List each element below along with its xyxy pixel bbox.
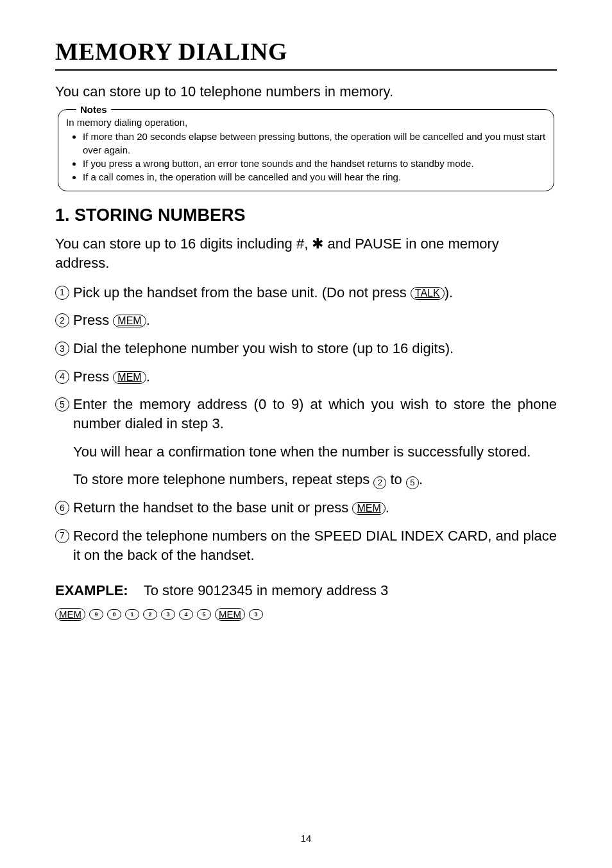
step-2: 2 Press MEM. [55,311,557,330]
digit-key: 3 [249,609,263,620]
page-title: MEMORY DIALING [55,37,557,71]
step-number: 7 [55,529,69,543]
mem-key: MEM [113,315,146,327]
digit-key: 0 [107,609,121,620]
step-sub: To store more telephone numbers, repeat … [73,470,557,489]
mem-key: MEM [55,608,85,621]
section-intro: You can store up to 16 digits including … [55,234,557,272]
notes-item: If more than 20 seconds elapse between p… [83,130,546,157]
digit-key: 2 [143,609,157,620]
step-text: Pick up the handset from the base unit. … [73,284,411,300]
step-text: Record the telephone numbers on the SPEE… [73,526,557,564]
notes-box: Notes In memory dialing operation, If mo… [58,109,554,191]
step-3: 3 Dial the telephone number you wish to … [55,339,557,358]
step-text: . [146,369,150,385]
step-text: ). [445,284,453,300]
step-1: 1 Pick up the handset from the base unit… [55,283,557,302]
talk-key: TALK [411,287,445,300]
step-text: Dial the telephone number you wish to st… [73,339,557,358]
notes-list: If more than 20 seconds elapse between p… [66,130,546,184]
mem-key: MEM [113,371,146,384]
example-sequence: MEM 9 0 1 2 3 4 5 MEM 3 [55,608,557,621]
circled-ref: 2 [373,476,386,489]
digit-key: 3 [161,609,175,620]
step-text: To store more telephone numbers, repeat … [73,471,373,487]
digit-key: 4 [179,609,193,620]
step-list: 1 Pick up the handset from the base unit… [55,283,557,565]
step-6: 6 Return the handset to the base unit or… [55,498,557,517]
page-number: 14 [0,833,612,844]
digit-key: 9 [89,609,103,620]
step-number: 1 [55,286,69,300]
section-heading: 1. STORING NUMBERS [55,205,557,225]
notes-lead: In memory dialing operation, [66,116,546,129]
example-label: EXAMPLE: [55,582,128,598]
digit-key: 1 [125,609,139,620]
notes-item: If you press a wrong button, an error to… [83,157,546,170]
notes-label: Notes [76,103,111,116]
mem-key: MEM [352,502,385,515]
star-glyph: ✱ [312,236,323,252]
intro-text: You can store up to 10 telephone numbers… [55,83,557,100]
step-text: . [419,471,423,487]
example-line: EXAMPLE: To store 9012345 in memory addr… [55,582,557,599]
step-number: 2 [55,313,69,327]
step-text: Enter the memory address (0 to 9) at whi… [73,396,557,431]
step-text: Press [73,312,113,328]
step-text: . [146,312,150,328]
mem-key: MEM [215,608,245,621]
step-4: 4 Press MEM. [55,367,557,386]
step-7: 7 Record the telephone numbers on the SP… [55,526,557,564]
step-sub: You will hear a confirmation tone when t… [73,442,557,462]
step-5: 5 Enter the memory address (0 to 9) at w… [55,395,557,489]
step-number: 6 [55,501,69,515]
notes-item: If a call comes in, the operation will b… [83,171,546,184]
step-text: to [386,471,406,487]
step-text: Return the handset to the base unit or p… [73,499,352,516]
step-number: 3 [55,342,69,356]
step-number: 4 [55,370,69,384]
example-text: To store 9012345 in memory address 3 [144,582,389,598]
circled-ref: 5 [406,476,419,489]
step-text: Press [73,369,113,385]
section-intro-pre: You can store up to 16 digits including … [55,236,312,252]
step-number: 5 [55,397,69,412]
digit-key: 5 [197,609,211,620]
step-text: . [386,499,389,516]
